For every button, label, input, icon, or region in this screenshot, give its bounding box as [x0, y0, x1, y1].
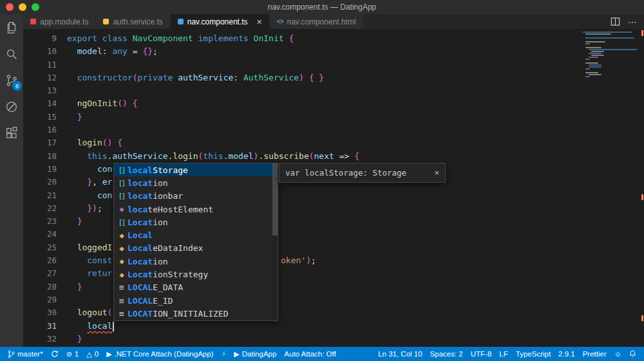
code-text	[67, 59, 644, 71]
debug-config-status[interactable]: ▶.NET Core Attach (DatingApp)	[102, 347, 217, 361]
line-number: 21	[23, 189, 62, 202]
angular-module-file-icon	[30, 19, 36, 24]
sync-status[interactable]	[47, 347, 62, 361]
explorer-icon[interactable]	[4, 20, 19, 35]
code-line[interactable]: 16	[23, 124, 644, 136]
code-line[interactable]: 32}	[23, 333, 644, 346]
suggest-item-locateHostElement[interactable]: ◈locateHostElement	[114, 203, 278, 216]
html-file-icon: <>	[277, 18, 283, 25]
suggest-item-LocaleDataIndex[interactable]: ◆LocaleDataIndex	[114, 242, 278, 255]
code-text: login() {	[67, 136, 644, 149]
cursor-position[interactable]: Ln 31, Col 10	[374, 347, 426, 361]
encoding[interactable]: UTF-8	[467, 347, 496, 361]
line-number: 32	[23, 333, 62, 346]
close-window-button[interactable]	[6, 3, 14, 11]
tab-label: app.module.ts	[40, 17, 88, 26]
source-control-icon[interactable]: 8	[4, 73, 19, 88]
suggest-item-Local[interactable]: ◆Local	[114, 228, 278, 241]
debug-icon[interactable]	[4, 99, 19, 115]
notifications[interactable]	[625, 347, 640, 361]
suggest-item-label: location	[128, 178, 168, 188]
tab-nav.component.html[interactable]: <>nav.component.html	[270, 14, 364, 29]
class-icon: ◆	[116, 231, 128, 240]
smiley-icon: ☺	[614, 351, 621, 358]
suggest-detail-text: var localStorage: Storage	[285, 168, 406, 178]
more-actions-icon[interactable]: ⋯	[628, 17, 638, 27]
activity-bar: 8	[0, 14, 23, 347]
tab-app.module.ts[interactable]: app.module.ts	[23, 14, 96, 29]
line-number: 9	[23, 32, 62, 45]
zoom-window-button[interactable]	[32, 3, 39, 11]
scm-pending-badge: 8	[12, 81, 22, 91]
extensions-icon[interactable]	[4, 125, 19, 141]
window-title: nav.component.ts — DatingApp	[268, 3, 377, 12]
tab-label: auth.service.ts	[113, 17, 162, 26]
code-line[interactable]: 18this.authService.login(this.model).sub…	[23, 150, 644, 163]
suggest-item-label: LocationStrategy	[128, 270, 208, 279]
class-icon: ◆	[116, 244, 128, 253]
auto-attach-status[interactable]: Auto Attach: Off	[280, 347, 339, 361]
ts-version[interactable]: 2.9.1	[554, 347, 579, 361]
git-branch-status[interactable]: master*	[4, 347, 47, 361]
tab-list: app.module.tsauth.service.tsnav.componen…	[23, 14, 364, 29]
suggest-item-LocationStrategy[interactable]: ◆LocationStrategy	[114, 268, 278, 281]
suggest-item-locationbar[interactable]: []locationbar	[114, 190, 278, 203]
suggest-item-location[interactable]: []location	[114, 176, 278, 189]
code-line[interactable]: 12constructor(private authService: AuthS…	[23, 71, 644, 84]
search-icon[interactable]	[4, 46, 19, 62]
code-line[interactable]: 14ngOnInit() {	[23, 97, 644, 110]
error-count[interactable]: ⊘1	[62, 347, 83, 361]
close-tooltip-icon[interactable]: ×	[434, 168, 439, 178]
vscode-window: nav.component.ts — DatingApp 8	[0, 0, 644, 361]
line-number: 23	[23, 215, 62, 228]
minimize-window-button[interactable]	[19, 3, 26, 11]
suggest-item-LOCALE_ID[interactable]: ≡LOCALE_ID	[114, 294, 278, 307]
tab-auth.service.ts[interactable]: auth.service.ts	[96, 14, 170, 29]
tab-label: nav.component.html	[287, 17, 355, 26]
line-number: 16	[23, 124, 62, 136]
eol[interactable]: LF	[495, 347, 511, 361]
suggest-item-LOCALE_DATA[interactable]: ≡LOCALE_DATA	[114, 281, 278, 294]
code-line[interactable]: 11	[23, 59, 644, 71]
flash-icon: ⚡	[221, 351, 226, 358]
variable-icon: []	[116, 192, 128, 199]
constant-icon: ≡	[116, 296, 128, 306]
code-line[interactable]: 10model: any = {};	[23, 45, 644, 58]
split-editor-icon[interactable]	[611, 17, 620, 26]
play-icon: ▶	[234, 351, 239, 358]
tab-nav.component.ts[interactable]: nav.component.ts×	[171, 14, 270, 29]
warning-count[interactable]: △0	[82, 347, 102, 361]
code-line[interactable]: 13	[23, 84, 644, 97]
formatter[interactable]: Prettier	[579, 347, 611, 361]
suggest-item-Location[interactable]: ◆Location	[114, 255, 278, 268]
code-line[interactable]: 31local	[23, 320, 644, 333]
code-line[interactable]: 17login() {	[23, 136, 644, 149]
line-number: 20	[23, 176, 62, 189]
close-tab-icon[interactable]: ×	[257, 17, 262, 26]
suggest-scrollbar[interactable]	[272, 163, 278, 320]
status-label: 1	[75, 350, 79, 358]
overview-ruler-error-mark	[641, 315, 643, 321]
variable-icon: []	[116, 167, 128, 174]
code-editor[interactable]: 9export class NavComponent implements On…	[23, 29, 644, 347]
status-label: Spaces: 2	[430, 350, 463, 358]
title-bar: nav.component.ts — DatingApp	[0, 0, 644, 14]
language-mode[interactable]: TypeScript	[512, 347, 554, 361]
feedback[interactable]: ☺	[611, 347, 625, 361]
suggest-list: []localStorage[]location[]locationbar◈lo…	[114, 163, 278, 320]
editor-actions: ⋯	[611, 14, 638, 29]
code-line[interactable]: 9export class NavComponent implements On…	[23, 32, 644, 45]
overview-ruler-error-mark	[641, 194, 643, 200]
sync-icon	[51, 350, 59, 358]
suggest-item-LOCATION_INITIALIZED[interactable]: ≡LOCATION_INITIALIZED	[114, 307, 278, 320]
minimap[interactable]	[583, 32, 636, 78]
line-number: 15	[23, 111, 62, 124]
indentation[interactable]: Spaces: 2	[426, 347, 467, 361]
variable-icon: []	[116, 180, 128, 187]
suggest-item-Location[interactable]: []Location	[114, 216, 278, 228]
flash-status[interactable]: ⚡	[217, 347, 230, 361]
project-task-status[interactable]: ▶DatingApp	[230, 347, 280, 361]
code-line[interactable]: 15}	[23, 111, 644, 124]
suggest-item-localStorage[interactable]: []localStorage	[114, 163, 278, 176]
warning-icon: △	[86, 351, 91, 358]
